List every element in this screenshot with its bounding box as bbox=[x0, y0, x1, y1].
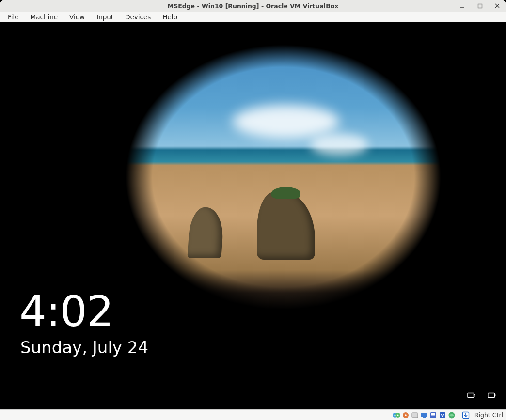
titlebar[interactable]: MSEdge - Win10 [Running] - Oracle VM Vir… bbox=[0, 0, 506, 12]
menu-devices[interactable]: Devices bbox=[119, 12, 157, 22]
power-status-icon bbox=[488, 391, 496, 401]
shared-folder-icon[interactable]: V bbox=[439, 411, 446, 419]
window-title: MSEdge - Win10 [Running] - Oracle VM Vir… bbox=[0, 2, 506, 10]
menu-input[interactable]: Input bbox=[91, 12, 119, 22]
svg-point-11 bbox=[397, 414, 398, 416]
lockscreen-status-icons bbox=[467, 391, 496, 401]
window-controls bbox=[454, 0, 506, 12]
menu-machine[interactable]: Machine bbox=[25, 12, 64, 22]
svg-rect-6 bbox=[488, 393, 495, 398]
svg-rect-16 bbox=[423, 417, 426, 418]
hard-disk-icon[interactable] bbox=[393, 411, 400, 419]
svg-rect-18 bbox=[431, 413, 435, 415]
minimize-button[interactable] bbox=[454, 0, 471, 12]
status-icons: V bbox=[393, 411, 470, 419]
maximize-button[interactable] bbox=[471, 0, 489, 12]
optical-drive-icon[interactable] bbox=[402, 411, 410, 419]
menu-file[interactable]: File bbox=[2, 12, 25, 22]
audio-icon[interactable] bbox=[411, 411, 419, 419]
network-icon[interactable] bbox=[420, 411, 428, 419]
svg-text:V: V bbox=[441, 413, 444, 418]
close-button[interactable] bbox=[489, 0, 506, 12]
wallpaper-cloud bbox=[233, 105, 339, 139]
display-icon[interactable] bbox=[448, 411, 456, 419]
guest-display[interactable]: 4:02 Sunday, July 24 bbox=[0, 22, 506, 409]
lockscreen-date: Sunday, July 24 bbox=[20, 338, 148, 357]
usb-icon[interactable] bbox=[429, 411, 437, 419]
hostkey-label: Right Ctrl bbox=[474, 411, 503, 419]
menubar: File Machine View Input Devices Help bbox=[0, 12, 506, 22]
hostkey-indicator-icon[interactable] bbox=[462, 411, 470, 419]
statusbar: V Right Ctrl bbox=[0, 409, 506, 420]
svg-rect-4 bbox=[468, 393, 474, 398]
statusbar-separator bbox=[459, 412, 459, 419]
hostkey-text: Right Ctrl bbox=[474, 411, 503, 419]
svg-rect-1 bbox=[478, 4, 482, 8]
svg-rect-5 bbox=[474, 394, 475, 396]
svg-point-13 bbox=[405, 414, 407, 416]
svg-rect-15 bbox=[421, 413, 427, 417]
menu-view[interactable]: View bbox=[63, 12, 91, 22]
network-status-icon bbox=[467, 391, 476, 401]
lockscreen-time: 4:02 bbox=[19, 290, 113, 333]
menu-help[interactable]: Help bbox=[157, 12, 183, 22]
virtualbox-window: MSEdge - Win10 [Running] - Oracle VM Vir… bbox=[0, 0, 506, 420]
wallpaper-cloud bbox=[310, 134, 368, 156]
svg-point-10 bbox=[394, 414, 395, 416]
svg-rect-14 bbox=[412, 413, 418, 418]
